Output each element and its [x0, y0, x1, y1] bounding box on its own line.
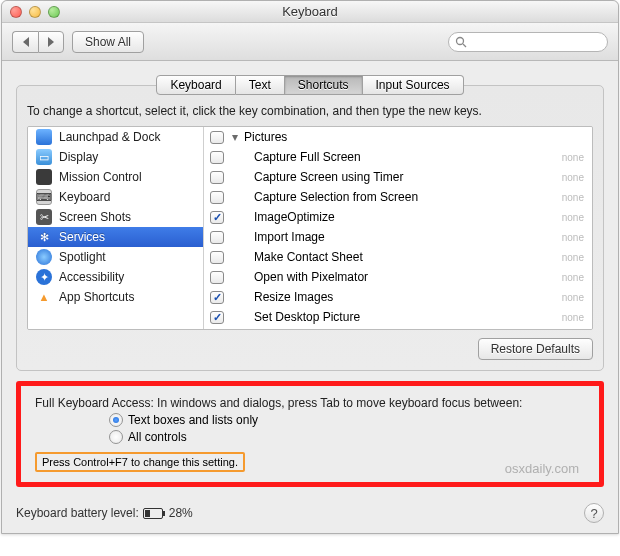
toolbar: Show All	[2, 23, 618, 61]
battery-icon	[143, 508, 165, 519]
minimize-window-button[interactable]	[29, 6, 41, 18]
checkbox[interactable]	[210, 191, 224, 204]
window-title: Keyboard	[2, 4, 618, 19]
list-item[interactable]: ✓Resize Imagesnone	[204, 287, 592, 307]
accessibility-icon: ✦	[36, 269, 52, 285]
list-item[interactable]: Capture Selection from Screennone	[204, 187, 592, 207]
list-item[interactable]: Capture Full Screennone	[204, 147, 592, 167]
list-item[interactable]: ▾Pictures	[204, 127, 592, 147]
category-spotlight[interactable]: Spotlight	[28, 247, 203, 267]
category-display[interactable]: ▭Display	[28, 147, 203, 167]
instruction-text: To change a shortcut, select it, click t…	[27, 104, 593, 118]
radio-textboxes-lists[interactable]: Text boxes and lists only	[35, 413, 585, 427]
list-item[interactable]: ✓Set Desktop Picturenone	[204, 307, 592, 327]
svg-point-0	[457, 37, 464, 44]
services-icon: ✻	[36, 229, 52, 245]
shortcut-value[interactable]: none	[562, 172, 584, 183]
tab-input-sources[interactable]: Input Sources	[363, 75, 464, 95]
list-item[interactable]: Capture Screen using Timernone	[204, 167, 592, 187]
screenshots-icon: ✂	[36, 209, 52, 225]
checkbox[interactable]	[210, 231, 224, 244]
battery-pct: 28%	[169, 506, 193, 520]
fka-hint: Press Control+F7 to change this setting.	[35, 452, 245, 472]
category-accessibility[interactable]: ✦Accessibility	[28, 267, 203, 287]
svg-line-1	[463, 44, 466, 47]
list-item[interactable]: Make Contact Sheetnone	[204, 247, 592, 267]
show-all-button[interactable]: Show All	[72, 31, 144, 53]
fka-label: Full Keyboard Access: In windows and dia…	[35, 396, 585, 410]
tabs: Keyboard Text Shortcuts Input Sources	[156, 75, 463, 95]
tab-keyboard[interactable]: Keyboard	[156, 75, 235, 95]
launchpad-icon	[36, 129, 52, 145]
checkbox[interactable]: ✓	[210, 211, 224, 224]
checkbox[interactable]	[210, 171, 224, 184]
shortcut-value[interactable]: none	[562, 232, 584, 243]
checkbox[interactable]	[210, 271, 224, 284]
svg-rect-4	[145, 510, 150, 517]
category-screen-shots[interactable]: ✂Screen Shots	[28, 207, 203, 227]
search-icon	[455, 36, 467, 48]
svg-rect-3	[163, 511, 165, 516]
checkbox[interactable]: ✓	[210, 291, 224, 304]
checkbox[interactable]: ✓	[210, 311, 224, 324]
shortcut-value[interactable]: none	[562, 292, 584, 303]
checkbox[interactable]	[210, 251, 224, 264]
list-item[interactable]: ✓ImageOptimizenone	[204, 207, 592, 227]
shortcut-value[interactable]: none	[562, 272, 584, 283]
back-button[interactable]	[12, 31, 38, 53]
category-keyboard[interactable]: ⌨Keyboard	[28, 187, 203, 207]
shortcut-list[interactable]: ▾Pictures Capture Full Screennone Captur…	[204, 127, 592, 329]
app-shortcuts-icon: ▲	[36, 289, 52, 305]
search-input[interactable]	[448, 32, 608, 52]
spotlight-icon	[36, 249, 52, 265]
shortcut-value[interactable]: none	[562, 212, 584, 223]
display-icon: ▭	[36, 149, 52, 165]
watermark-text: osxdaily.com	[505, 461, 579, 476]
shortcut-value[interactable]: none	[562, 312, 584, 323]
zoom-window-button[interactable]	[48, 6, 60, 18]
battery-label: Keyboard battery level:	[16, 506, 139, 520]
tab-shortcuts[interactable]: Shortcuts	[285, 75, 363, 95]
radio-button[interactable]	[109, 430, 123, 444]
shortcut-value[interactable]: none	[562, 252, 584, 263]
checkbox[interactable]	[210, 151, 224, 164]
category-list[interactable]: Launchpad & Dock ▭Display Mission Contro…	[28, 127, 204, 329]
shortcut-value[interactable]: none	[562, 192, 584, 203]
titlebar: Keyboard	[2, 1, 618, 23]
category-launchpad-dock[interactable]: Launchpad & Dock	[28, 127, 203, 147]
radio-button[interactable]	[109, 413, 123, 427]
category-mission-control[interactable]: Mission Control	[28, 167, 203, 187]
highlighted-section: Full Keyboard Access: In windows and dia…	[16, 381, 604, 487]
close-window-button[interactable]	[10, 6, 22, 18]
category-services[interactable]: ✻Services	[28, 227, 203, 247]
mission-control-icon	[36, 169, 52, 185]
chevron-left-icon	[23, 37, 29, 47]
category-app-shortcuts[interactable]: ▲App Shortcuts	[28, 287, 203, 307]
chevron-right-icon	[48, 37, 54, 47]
disclosure-triangle-icon[interactable]: ▾	[232, 130, 242, 144]
restore-defaults-button[interactable]: Restore Defaults	[478, 338, 593, 360]
list-item[interactable]: Open with Pixelmatornone	[204, 267, 592, 287]
keyboard-icon: ⌨	[36, 189, 52, 205]
list-item[interactable]: Import Imagenone	[204, 227, 592, 247]
tab-text[interactable]: Text	[236, 75, 285, 95]
radio-all-controls[interactable]: All controls	[35, 430, 585, 444]
forward-button[interactable]	[38, 31, 64, 53]
checkbox[interactable]	[210, 131, 224, 144]
help-button[interactable]: ?	[584, 503, 604, 523]
list-item[interactable]: ▾Messaging	[204, 327, 592, 329]
shortcut-value[interactable]: none	[562, 152, 584, 163]
